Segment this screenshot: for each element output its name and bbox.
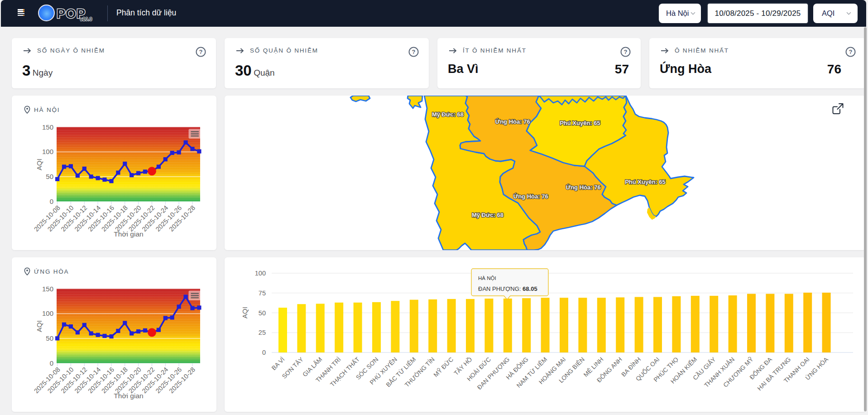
svg-text:?: ?	[849, 48, 853, 55]
svg-text:0: 0	[50, 198, 53, 205]
svg-text:50: 50	[46, 334, 53, 342]
svg-text:Phú Xuyên: 65: Phú Xuyên: 65	[560, 120, 600, 126]
svg-text:HÀ NỘI: HÀ NỘI	[478, 275, 496, 281]
svg-text:?: ?	[412, 48, 416, 55]
svg-text:AQI: AQI	[241, 307, 249, 318]
svg-text:Mỹ Đức: 68: Mỹ Đức: 68	[432, 111, 464, 118]
svg-text:150: 150	[42, 123, 53, 131]
svg-text:25: 25	[259, 329, 266, 336]
svg-text:HÀ NỘI: HÀ NỘI	[34, 106, 60, 113]
svg-text:100: 100	[42, 309, 53, 317]
svg-text:50: 50	[259, 309, 266, 317]
svg-text:75: 75	[259, 290, 266, 297]
svg-text:150: 150	[42, 285, 53, 293]
svg-text:BA VÌ: BA VÌ	[270, 356, 286, 372]
svg-text:v10.0: v10.0	[80, 16, 92, 22]
svg-text:Thời gian: Thời gian	[114, 392, 143, 400]
svg-text:ĐAN PHƯỢNG: ĐAN PHƯỢNG	[476, 356, 511, 391]
svg-text:AQI: AQI	[35, 320, 43, 332]
svg-text:100: 100	[42, 148, 53, 155]
svg-text:MỸ ĐỨC: MỸ ĐỨC	[432, 356, 455, 378]
svg-text:Ứng Hòa: 76: Ứng Hòa: 76	[566, 184, 600, 191]
svg-text:Ứng Hòa: 76: Ứng Hòa: 76	[513, 193, 548, 200]
svg-text:Ứng Hòa: 76: Ứng Hòa: 76	[495, 118, 530, 125]
svg-text:0: 0	[262, 349, 266, 356]
svg-text:AQI: AQI	[35, 159, 43, 170]
svg-text:ỨNG HÒA: ỨNG HÒA	[34, 268, 69, 275]
svg-text:?: ?	[199, 48, 203, 55]
svg-text:50: 50	[46, 173, 53, 180]
svg-text:Mỹ Đức: 68: Mỹ Đức: 68	[472, 212, 504, 218]
svg-text:Phú Xuyên: 65: Phú Xuyên: 65	[625, 179, 666, 185]
svg-text:0: 0	[50, 359, 53, 367]
svg-text:Thời gian: Thời gian	[114, 230, 143, 238]
svg-text:100: 100	[255, 270, 266, 277]
svg-text:ĐAN PHƯỢNG: 68.05: ĐAN PHƯỢNG: 68.05	[478, 285, 537, 292]
svg-text:HAI BÀ TRƯNG: HAI BÀ TRƯNG	[756, 356, 792, 392]
svg-text:?: ?	[624, 48, 628, 55]
